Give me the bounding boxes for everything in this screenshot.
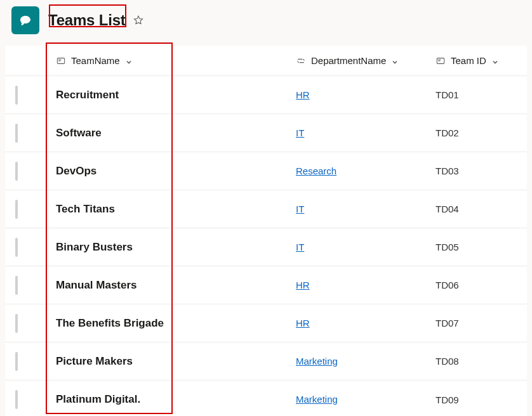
row-handle[interactable] bbox=[15, 86, 18, 105]
cell-team-name: Picture Makers bbox=[56, 355, 296, 368]
text-column-icon bbox=[56, 56, 66, 66]
cell-team-id: TD06 bbox=[436, 280, 527, 290]
table-row[interactable]: The Benefits Brigade HR TD07 bbox=[5, 304, 527, 342]
row-handle[interactable] bbox=[15, 162, 18, 181]
table-row[interactable]: Manual Masters HR TD06 bbox=[5, 266, 527, 304]
cell-team-id: TD04 bbox=[436, 204, 527, 214]
chevron-down-icon bbox=[491, 57, 499, 65]
cell-team-name: Platinum Digital. bbox=[56, 393, 296, 406]
department-link[interactable]: IT bbox=[296, 242, 304, 252]
column-label: Team ID bbox=[451, 55, 486, 66]
cell-team-id: TD02 bbox=[436, 127, 527, 138]
cell-team-name: DevOps bbox=[56, 165, 296, 178]
column-header-team-name[interactable]: TeamName bbox=[56, 55, 296, 66]
cell-team-name: The Benefits Brigade bbox=[56, 317, 296, 330]
department-link[interactable]: HR bbox=[296, 280, 310, 290]
department-link[interactable]: IT bbox=[296, 204, 304, 214]
table-row[interactable]: DevOps Research TD03 bbox=[5, 152, 527, 190]
chevron-down-icon bbox=[125, 57, 133, 65]
cell-team-name: Software bbox=[56, 127, 296, 140]
text-column-icon bbox=[436, 56, 446, 66]
department-link[interactable]: HR bbox=[296, 89, 310, 100]
row-handle[interactable] bbox=[15, 390, 18, 409]
cell-team-id: TD01 bbox=[436, 89, 527, 100]
table-row[interactable]: Binary Busters IT TD05 bbox=[5, 228, 527, 266]
department-link[interactable]: IT bbox=[296, 127, 304, 138]
department-link[interactable]: Research bbox=[296, 166, 336, 176]
row-handle[interactable] bbox=[15, 352, 18, 371]
table-row[interactable]: Platinum Digital. Marketing TD09 bbox=[5, 380, 527, 416]
row-handle[interactable] bbox=[15, 314, 18, 333]
row-handle[interactable] bbox=[15, 276, 18, 295]
table-header-row: TeamName DepartmentName Team ID bbox=[5, 46, 527, 76]
cell-team-id: TD03 bbox=[436, 166, 527, 176]
row-handle[interactable] bbox=[15, 124, 18, 143]
table-body: Recruitment HR TD01 Software IT TD02 Dev… bbox=[5, 76, 527, 416]
table-row[interactable]: Picture Makers Marketing TD08 bbox=[5, 342, 527, 380]
cell-team-name: Tech Titans bbox=[56, 203, 296, 216]
table-row[interactable]: Software IT TD02 bbox=[5, 114, 527, 152]
teams-table: TeamName DepartmentName Team ID bbox=[5, 46, 527, 416]
cell-team-id: TD05 bbox=[436, 242, 527, 252]
favorite-star-button[interactable] bbox=[132, 14, 145, 27]
column-header-department[interactable]: DepartmentName bbox=[296, 55, 436, 66]
department-link[interactable]: HR bbox=[296, 318, 310, 328]
lookup-column-icon bbox=[296, 56, 306, 66]
app-header: Teams List bbox=[0, 0, 532, 46]
page-title: Teams List bbox=[48, 11, 126, 29]
cell-team-name: Manual Masters bbox=[56, 279, 296, 292]
table-row[interactable]: Recruitment HR TD01 bbox=[5, 76, 527, 114]
department-link[interactable]: Marketing bbox=[296, 356, 338, 367]
column-header-team-id[interactable]: Team ID bbox=[436, 55, 527, 66]
cell-team-id: TD07 bbox=[436, 318, 527, 328]
svg-point-0 bbox=[21, 18, 23, 20]
column-label: TeamName bbox=[71, 55, 120, 66]
row-handle[interactable] bbox=[15, 200, 18, 219]
cell-team-name: Binary Busters bbox=[56, 241, 296, 254]
app-logo bbox=[11, 6, 39, 34]
row-handle[interactable] bbox=[15, 238, 18, 257]
cell-team-id: TD08 bbox=[436, 356, 527, 367]
column-label: DepartmentName bbox=[311, 55, 386, 66]
department-link[interactable]: Marketing bbox=[296, 394, 338, 405]
cell-team-id: TD09 bbox=[436, 394, 527, 405]
cell-team-name: Recruitment bbox=[56, 89, 296, 101]
table-row[interactable]: Tech Titans IT TD04 bbox=[5, 190, 527, 228]
chevron-down-icon bbox=[391, 57, 399, 65]
